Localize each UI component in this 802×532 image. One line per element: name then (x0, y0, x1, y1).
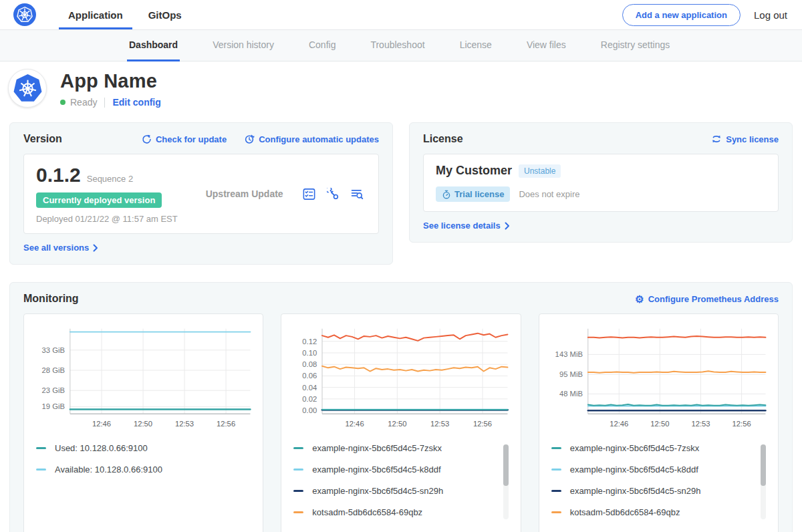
chevron-right-icon (93, 244, 98, 252)
subnav-item-config[interactable]: Config (307, 30, 338, 61)
checklist-icon (303, 188, 315, 201)
monitoring-title: Monitoring (23, 293, 79, 305)
divider (104, 98, 105, 108)
memory-usage-legend: example-nginx-5bc6f5d4c5-7zskxexample-ng… (551, 443, 766, 517)
gear-icon: ⚙ (635, 294, 644, 304)
legend-series-label: example-nginx-5bc6f5d4c5-7zskx (570, 443, 700, 453)
legend-item: example-nginx-5bc6f5d4c5-k8ddf (551, 464, 766, 475)
legend-item: example-nginx-5bc6f5d4c5-7zskx (551, 443, 766, 453)
clock-refresh-icon (244, 134, 255, 144)
svg-text:95 MiB: 95 MiB (559, 370, 583, 378)
dashboard-content: Version Check for update (0, 118, 802, 532)
cpu-usage-panel: 0.120.100.080.060.040.020.0012:4612:5012… (281, 313, 521, 532)
svg-text:0.12: 0.12 (303, 338, 317, 346)
scrollbar-thumb[interactable] (503, 444, 509, 486)
cpu-usage-chart: 0.120.100.080.060.040.020.0012:4612:5012… (289, 322, 512, 434)
legend-series-label: example-nginx-5bc6f5d4c5-7zskx (312, 443, 442, 453)
see-license-details-label: See license details (423, 221, 501, 231)
logs-search-icon (351, 188, 364, 201)
memory-usage-panel: 143 MiB95 MiB48 MiB12:4612:5012:5312:56 … (539, 313, 779, 532)
legend-series-dash (551, 447, 561, 449)
legend-series-dash (293, 511, 303, 513)
legend-series-label: example-nginx-5bc6f5d4c5-k8ddf (312, 464, 440, 475)
logout-link[interactable]: Log out (754, 9, 787, 21)
monitoring-card: Monitoring ⚙ Configure Prometheus Addres… (9, 282, 793, 532)
app-subnav: Dashboard Version history Config Trouble… (0, 30, 802, 61)
legend-item: example-nginx-5bc6f5d4c5-7zskx (293, 443, 508, 453)
top-tabs: Application GitOps (59, 0, 198, 29)
preflight-checks-button[interactable] (303, 188, 315, 201)
disk-usage-panel: 33 GiB28 GiB23 GiB19 GiB12:4612:5012:531… (23, 313, 263, 532)
license-expiry: Does not expire (519, 189, 579, 199)
kubernetes-logo-icon[interactable] (13, 3, 36, 26)
app-status-row: Ready Edit config (60, 97, 161, 108)
legend-series-label: kotsadm-5db6dc6584-69qbz (312, 507, 422, 517)
svg-text:12:53: 12:53 (430, 420, 449, 428)
see-license-details-link[interactable]: See license details (423, 221, 510, 231)
legend-item: kotsadm-5db6dc6584-69qbz (551, 507, 766, 517)
app-icon (8, 69, 47, 108)
edit-config-button[interactable] (327, 188, 340, 201)
cpu-usage-legend: example-nginx-5bc6f5d4c5-7zskxexample-ng… (293, 443, 508, 517)
svg-text:12:56: 12:56 (732, 420, 751, 428)
subnav-item-version-history[interactable]: Version history (211, 30, 276, 61)
svg-text:0.02: 0.02 (303, 395, 317, 403)
top-tab-application[interactable]: Application (59, 0, 132, 29)
wrench-gear-icon (327, 188, 340, 201)
svg-text:33 GiB: 33 GiB (42, 346, 65, 354)
see-all-versions-link[interactable]: See all versions (23, 243, 98, 253)
memory-usage-chart: 143 MiB95 MiB48 MiB12:4612:5012:5312:56 (547, 322, 770, 434)
svg-text:0.10: 0.10 (303, 349, 317, 357)
scrollbar-thumb[interactable] (761, 444, 766, 486)
status-ready-dot (60, 100, 65, 105)
kots-admin-console: Application GitOps Add a new application… (0, 0, 802, 532)
legend-series-dash (293, 469, 303, 471)
check-for-update-label: Check for update (156, 134, 227, 144)
subnav-item-view-files[interactable]: View files (525, 30, 568, 61)
subnav-item-dashboard[interactable]: Dashboard (127, 30, 180, 61)
currently-deployed-badge: Currently deployed version (36, 192, 162, 208)
top-tab-gitops[interactable]: GitOps (139, 0, 191, 29)
customer-name: My Customer (436, 164, 512, 178)
version-sequence: Sequence 2 (87, 174, 133, 184)
legend-item: Used: 10.128.0.66:9100 (36, 443, 251, 453)
svg-text:12:46: 12:46 (610, 420, 628, 428)
svg-text:143 MiB: 143 MiB (555, 350, 582, 358)
legend-series-label: Used: 10.128.0.66:9100 (55, 443, 148, 453)
svg-text:12:56: 12:56 (473, 420, 492, 428)
configure-prometheus-link[interactable]: ⚙ Configure Prometheus Address (635, 294, 779, 304)
subnav-item-troubleshoot[interactable]: Troubleshoot (368, 30, 426, 61)
svg-text:12:46: 12:46 (346, 420, 364, 428)
license-card-title: License (423, 133, 463, 145)
version-number: 0.1.2 (36, 164, 81, 186)
svg-text:12:50: 12:50 (388, 420, 407, 428)
disk-usage-chart: 33 GiB28 GiB23 GiB19 GiB12:4612:5012:531… (32, 322, 255, 434)
sync-license-label: Sync license (726, 134, 779, 144)
legend-series-label: example-nginx-5bc6f5d4c5-sn29h (312, 486, 443, 496)
license-card: License Sync license (409, 122, 793, 243)
top-navbar: Application GitOps Add a new application… (0, 0, 802, 30)
sync-arrows-icon (711, 134, 722, 144)
legend-item: kotsadm-5db6dc6584-69qbz (293, 507, 508, 517)
add-application-button[interactable]: Add a new application (622, 4, 741, 26)
legend-series-dash (36, 469, 46, 471)
svg-text:19 GiB: 19 GiB (42, 402, 65, 410)
subnav-item-registry-settings[interactable]: Registry settings (599, 30, 672, 61)
subnav-item-license[interactable]: License (458, 30, 494, 61)
deploy-logs-button[interactable] (351, 188, 364, 201)
legend-series-label: example-nginx-5bc6f5d4c5-sn29h (570, 486, 701, 496)
configure-automatic-updates-link[interactable]: Configure automatic updates (244, 134, 379, 144)
status-text: Ready (70, 97, 97, 108)
edit-config-link[interactable]: Edit config (112, 97, 160, 108)
legend-series-dash (551, 469, 561, 471)
svg-text:0.06: 0.06 (303, 372, 317, 380)
legend-series-dash (551, 490, 561, 492)
chevron-right-icon (505, 222, 510, 230)
legend-scrollbar[interactable] (503, 444, 509, 519)
check-for-update-link[interactable]: Check for update (142, 134, 227, 144)
sync-license-link[interactable]: Sync license (711, 134, 779, 144)
legend-scrollbar[interactable] (761, 444, 766, 519)
channel-badge: Unstable (519, 164, 561, 178)
trial-license-label: Trial license (454, 189, 504, 199)
svg-text:12:56: 12:56 (217, 420, 235, 428)
